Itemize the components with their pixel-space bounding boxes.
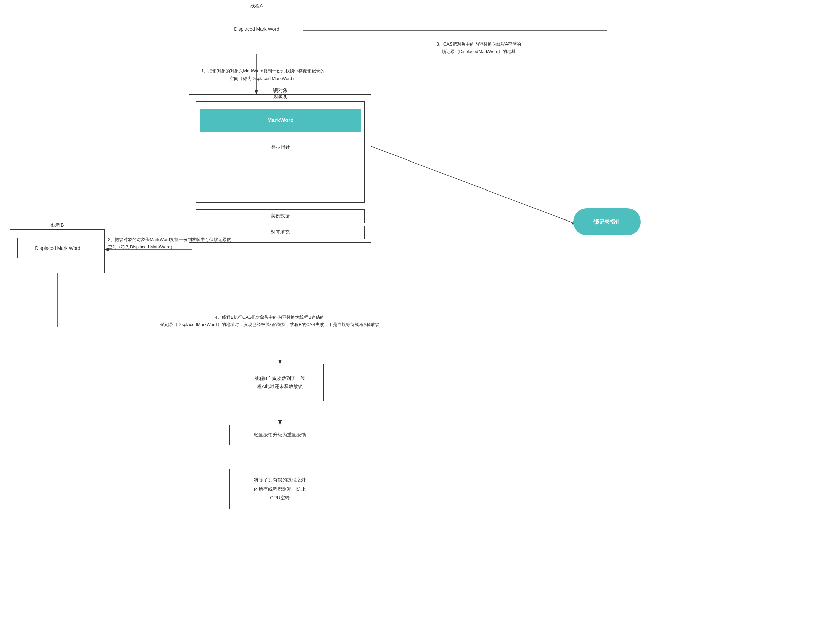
thread-b-container: 线程B Displaced Mark Word [10,229,105,273]
spin-count-box: 线程B自旋次数到了，线程A此时还未释放放锁 [236,364,324,401]
upgrade-box: 轻量级锁升级为重量级锁 [229,425,330,445]
block-box: 将除了拥有锁的线程之外的所有线程都阻塞，防止CPU空转 [229,469,330,509]
annotation-1: 1、把锁对象的对象头MarkWord复制一份到栈帧中存储锁记录的空间（称为Dis… [162,67,364,82]
mark-word-box: MarkWord [200,108,362,132]
annotation-4: 4、线程B执行CAS把对象头中的内容替换为线程B存储的锁记录（Displaced… [67,314,472,329]
instance-data-box: 实例数据 [196,209,365,223]
type-pointer-box: 类型指针 [200,136,362,159]
svg-line-2 [368,145,577,224]
thread-a-title: 线程A [209,3,304,9]
annotation-3: 3、CAS把对象中的内容替换为线程A存储的锁记录（DisplacedMarkWo… [385,41,573,55]
thread-b-title: 线程B [10,222,105,228]
lock-object-title: 锁对象 [189,87,371,94]
thread-a-container: 线程A Displaced Mark Word [209,10,304,54]
thread-a-dmw: Displaced Mark Word [216,19,297,39]
annotation-2: 2、把锁对象的对象头MarkWord复制一份到栈帧中存储锁记录的空间（称为Dis… [108,236,310,251]
lock-record-pointer: 锁记录指针 [573,209,641,235]
lock-object-box: 锁对象 对象头 MarkWord 类型指针 实例数据 对齐填充 [189,94,371,243]
thread-b-dmw: Displaced Mark Word [17,238,98,258]
object-head-title: 对象头 [196,94,365,100]
object-head-box: 对象头 MarkWord 类型指针 [196,102,365,203]
